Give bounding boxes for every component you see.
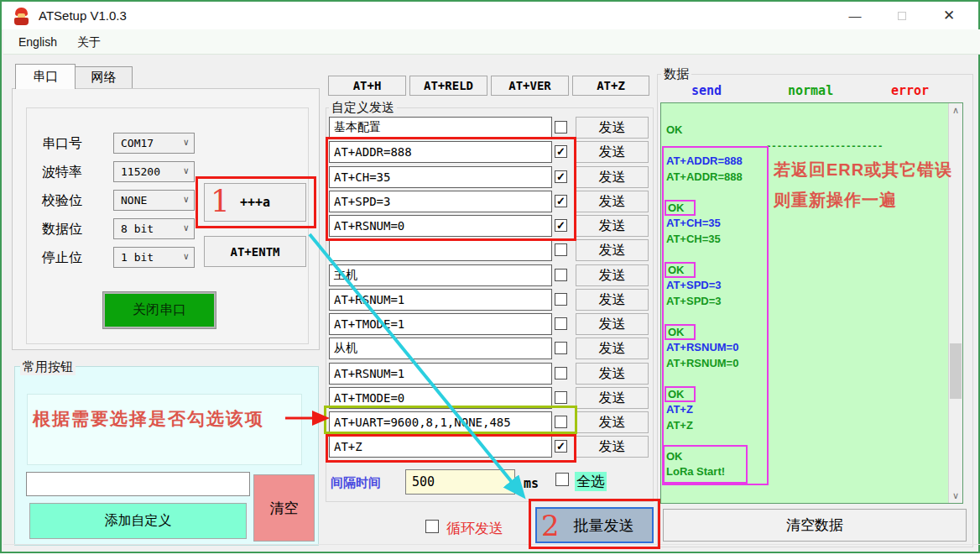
tab-network[interactable]: 网络 xyxy=(76,66,133,89)
command-checkbox[interactable] xyxy=(555,342,567,354)
scroll-down-icon[interactable]: ∨ xyxy=(949,489,962,503)
send-button[interactable]: 发送 xyxy=(576,166,649,188)
annotation-magenta-ok-box: OK xyxy=(665,262,696,278)
scroll-up-icon[interactable]: ∧ xyxy=(949,103,962,118)
quick-button-atver[interactable]: AT+VER xyxy=(491,76,569,96)
command-input[interactable]: AT+TMODE=1 xyxy=(329,313,552,335)
annotation-magenta-ok-box: OK xyxy=(665,200,696,216)
command-checkbox[interactable] xyxy=(555,317,567,330)
command-input[interactable]: 从机 xyxy=(329,338,552,359)
send-button[interactable]: 发送 xyxy=(576,289,649,311)
command-checkbox[interactable] xyxy=(555,416,567,428)
interval-input[interactable]: 500 xyxy=(405,469,515,495)
loop-send-checkbox[interactable] xyxy=(425,520,439,533)
scrollbar-thumb[interactable] xyxy=(950,343,962,399)
send-button[interactable]: 发送 xyxy=(576,117,649,139)
send-button[interactable]: 发送 xyxy=(576,215,649,237)
command-checkbox[interactable] xyxy=(555,293,567,306)
annotation-error-tip-1: 若返回ERR或其它错误 xyxy=(774,159,952,181)
command-input[interactable]: AT+RSNUM=1 xyxy=(329,289,552,311)
command-input[interactable]: AT+SPD=3 xyxy=(329,191,552,212)
send-button[interactable]: 发送 xyxy=(576,436,649,458)
annotation-checkbox-tip: 根据需要选择是否勾选该项 xyxy=(33,407,284,431)
custom-send-title: 自定义发送 xyxy=(329,100,397,116)
batch-send-button[interactable]: 批量发送 xyxy=(535,507,654,543)
log-line: AT+RSNUM=0 xyxy=(666,357,935,373)
send-button[interactable]: 发送 xyxy=(576,239,649,261)
command-checkbox[interactable]: ✓ xyxy=(555,195,567,207)
send-button[interactable]: 发送 xyxy=(576,141,649,163)
chevron-down-icon: ∨ xyxy=(183,251,189,262)
parity-label: 校验位 xyxy=(42,192,82,210)
chevron-down-icon: ∨ xyxy=(183,222,189,233)
command-input[interactable]: AT+RSNUM=0 xyxy=(329,215,552,237)
send-button[interactable]: 发送 xyxy=(576,387,649,409)
command-input[interactable]: AT+TMODE=0 xyxy=(329,387,552,409)
maximize-icon[interactable] xyxy=(883,2,921,29)
plus-a-button[interactable]: +++a xyxy=(204,183,306,222)
command-input[interactable]: 主机 xyxy=(329,264,552,286)
title-bar: ATSetup V1.0.3 — ✕ xyxy=(2,2,978,29)
log-line: AT+CH=35 xyxy=(666,233,935,249)
command-checkbox[interactable]: ✓ xyxy=(555,219,567,232)
data-log[interactable]: OK----------------------AT+ADDR=888AT+AD… xyxy=(660,102,963,504)
command-checkbox[interactable] xyxy=(555,367,567,379)
send-button[interactable]: 发送 xyxy=(576,313,649,335)
chevron-down-icon: ∨ xyxy=(183,165,189,176)
common-buttons-title: 常用按钮 xyxy=(20,359,76,375)
log-line: AT+Z xyxy=(666,403,935,419)
send-button[interactable]: 发送 xyxy=(576,363,649,385)
close-serial-button[interactable]: 关闭串口 xyxy=(103,292,216,328)
add-custom-button[interactable]: 添加自定义 xyxy=(29,503,247,539)
com-port-label: 串口号 xyxy=(42,135,82,153)
log-line xyxy=(666,434,935,450)
interval-unit: ms xyxy=(524,476,539,491)
command-checkbox[interactable]: ✓ xyxy=(555,170,567,183)
command-input[interactable]: 基本配置 xyxy=(329,117,552,139)
close-icon[interactable]: ✕ xyxy=(930,2,968,29)
minimize-icon[interactable]: — xyxy=(836,2,874,29)
com-port-select[interactable]: COM17∨ xyxy=(113,133,195,154)
clear-button[interactable]: 清空 xyxy=(253,474,315,542)
quick-button-atreld[interactable]: AT+RELD xyxy=(409,76,487,96)
log-line xyxy=(666,372,935,388)
command-input[interactable]: AT+ADDR=888 xyxy=(329,141,552,163)
chevron-down-icon: ∨ xyxy=(183,137,189,148)
command-checkbox[interactable]: ✓ xyxy=(555,145,567,158)
command-input[interactable]: AT+UART=9600,8,1,NONE,485 xyxy=(329,411,552,433)
baud-rate-select[interactable]: 115200∨ xyxy=(113,161,195,182)
menu-english[interactable]: English xyxy=(13,34,62,50)
data-bits-select[interactable]: 8 bit∨ xyxy=(113,218,195,239)
command-checkbox[interactable] xyxy=(555,269,567,281)
menu-about[interactable]: 关于 xyxy=(72,34,106,52)
tab-serial[interactable]: 串口 xyxy=(15,64,76,89)
command-checkbox[interactable]: ✓ xyxy=(555,440,567,453)
command-checkbox[interactable] xyxy=(555,243,567,256)
log-line: OK xyxy=(666,264,935,280)
select-all-label: 全选 xyxy=(575,472,607,491)
send-button[interactable]: 发送 xyxy=(576,338,649,359)
send-button[interactable]: 发送 xyxy=(576,264,649,286)
stop-bits-select[interactable]: 1 bit∨ xyxy=(113,247,195,268)
log-line: OK xyxy=(666,123,935,139)
quick-button-atz[interactable]: AT+Z xyxy=(572,76,649,96)
data-bits-label: 数据位 xyxy=(42,221,82,238)
legend-error: error xyxy=(891,83,929,98)
entm-button[interactable]: AT+ENTM xyxy=(204,236,306,267)
select-all-checkbox[interactable] xyxy=(555,473,569,486)
command-input[interactable]: AT+Z xyxy=(329,436,552,458)
command-input[interactable] xyxy=(329,239,552,261)
send-button[interactable]: 发送 xyxy=(576,411,649,433)
clear-data-button[interactable]: 清空数据 xyxy=(663,509,967,542)
parity-select[interactable]: NONE∨ xyxy=(113,190,195,211)
log-line: AT+Z xyxy=(666,419,935,435)
command-checkbox[interactable] xyxy=(555,391,567,404)
command-input[interactable]: AT+CH=35 xyxy=(329,166,552,188)
quick-button-ath[interactable]: AT+H xyxy=(328,76,406,96)
send-button[interactable]: 发送 xyxy=(576,191,649,212)
legend-normal: normal xyxy=(788,83,833,98)
log-line: AT+SPD=3 xyxy=(666,295,935,311)
custom-command-input[interactable] xyxy=(26,472,250,496)
command-input[interactable]: AT+RSNUM=1 xyxy=(329,363,552,385)
command-checkbox[interactable] xyxy=(555,121,567,133)
